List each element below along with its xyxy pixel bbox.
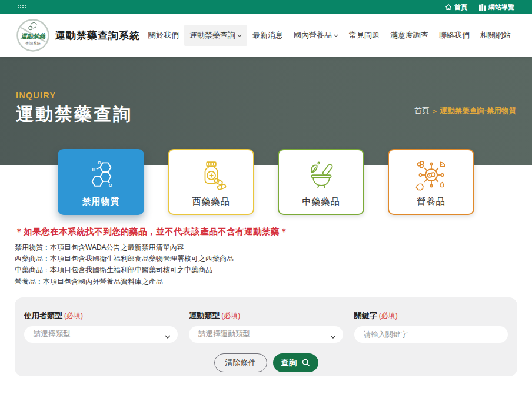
medicine-bottle-icon (195, 157, 228, 191)
svg-text:O: O (108, 182, 112, 187)
required-tag: (必填) (379, 312, 398, 320)
category-label: 西藥藥品 (192, 196, 230, 207)
site-header: 運動禁藥 查詢系統 運動禁藥查詢系統 關於我們 運動禁藥查詢 最新消息 國內營養… (0, 14, 532, 57)
nav-about[interactable]: 關於我們 (143, 25, 184, 46)
mortar-pestle-icon (305, 157, 338, 191)
description-line: 營養品：本項目包含國內外營養品資料庫之產品 (15, 276, 517, 287)
nav-satisfaction-survey[interactable]: 滿意度調查 (385, 25, 434, 46)
breadcrumb-current: 運動禁藥查詢-禁用物質 (440, 106, 516, 116)
nav-doping-inquiry[interactable]: 運動禁藥查詢 (184, 25, 247, 46)
nav-related-sites[interactable]: 相關網站 (475, 25, 516, 46)
nav-contact[interactable]: 聯絡我們 (434, 25, 475, 46)
keyword-label: 關鍵字 (354, 311, 377, 320)
nutrient-icon (414, 157, 448, 191)
hero-eyebrow: INQUIRY (16, 91, 516, 100)
chevron-down-icon (165, 332, 171, 340)
category-card-prohibited-substances[interactable]: H C O 禁用物質 (58, 149, 144, 215)
search-panel: 使用者類型(必填) 請選擇類型 運動類型(必填) 請選擇運動類型 關 (15, 297, 517, 376)
description-line: 西藥商品：本項目包含我國衛生福利部食品藥物管理署核可之西藥商品 (15, 253, 517, 264)
chevron-down-icon (334, 34, 338, 37)
keyword-input[interactable] (354, 326, 508, 343)
site-logo[interactable]: 運動禁藥 查詢系統 (16, 18, 50, 52)
notice-section: ＊如果您在本系統找不到您的藥品，並不代表該產品不含有運動禁藥＊ 禁用物質：本項目… (0, 215, 532, 287)
user-type-select[interactable]: 請選擇類型 (24, 326, 178, 343)
category-card-chinese-medicine[interactable]: 中藥藥品 (278, 149, 364, 215)
form-actions: 清除條件 查詢 (24, 353, 508, 372)
breadcrumb: 首頁 > 運動禁藥查詢-禁用物質 (414, 106, 516, 116)
required-tag: (必填) (221, 312, 240, 320)
home-link[interactable]: 首頁 (445, 3, 467, 12)
accessibility-dots-icon[interactable] (18, 5, 26, 9)
svg-text:運動禁藥: 運動禁藥 (20, 32, 47, 39)
keyword-field-group: 關鍵字(必填) (354, 310, 508, 343)
chevron-down-icon (330, 332, 336, 340)
search-button[interactable]: 查詢 (273, 353, 318, 372)
category-card-supplements[interactable]: 營養品 (388, 149, 474, 215)
home-icon (445, 4, 452, 11)
category-descriptions: 禁用物質：本項目包含WADA公告之最新禁用清單內容 西藥商品：本項目包含我國衛生… (15, 242, 517, 287)
user-type-field-group: 使用者類型(必填) 請選擇類型 (24, 310, 178, 343)
category-label: 禁用物質 (82, 196, 120, 207)
svg-text:H: H (92, 167, 95, 172)
required-tag: (必填) (64, 312, 83, 320)
sport-type-label: 運動類型 (189, 311, 220, 320)
clear-button[interactable]: 清除條件 (214, 353, 267, 372)
sitemap-columns-icon (479, 4, 486, 11)
warning-text: ＊如果您在本系統找不到您的藥品，並不代表該產品不含有運動禁藥＊ (15, 226, 517, 237)
category-card-western-medicine[interactable]: 西藥藥品 (168, 149, 254, 215)
svg-text:查詢系統: 查詢系統 (25, 41, 41, 46)
top-utility-bar: 首頁 網站導覽 (0, 0, 532, 14)
category-cards: H C O 禁用物質 (0, 149, 532, 215)
description-line: 禁用物質：本項目包含WADA公告之最新禁用清單內容 (15, 242, 517, 253)
nav-domestic-supplements[interactable]: 國內營養品 (288, 25, 344, 46)
nav-faq[interactable]: 常見問題 (344, 25, 385, 46)
site-title[interactable]: 運動禁藥查詢系統 (55, 29, 140, 42)
chevron-down-icon (237, 34, 242, 37)
breadcrumb-separator: > (433, 108, 436, 115)
magnifier-icon (302, 359, 310, 367)
sitemap-link[interactable]: 網站導覽 (479, 3, 514, 12)
category-label: 中藥藥品 (302, 196, 340, 207)
breadcrumb-home[interactable]: 首頁 (414, 106, 429, 116)
sport-type-select[interactable]: 請選擇運動類型 (189, 326, 343, 343)
sport-type-field-group: 運動類型(必填) 請選擇運動類型 (189, 310, 343, 343)
svg-text:C: C (97, 160, 101, 165)
main-nav: 關於我們 運動禁藥查詢 最新消息 國內營養品 常見問題 滿意度調查 聯絡我們 相… (143, 25, 516, 46)
molecule-icon: H C O (84, 157, 118, 191)
nav-news[interactable]: 最新消息 (247, 25, 288, 46)
category-label: 營養品 (417, 196, 445, 207)
description-line: 中藥商品：本項目包含我國衛生福利部中醫藥司核可之中藥商品 (15, 264, 517, 276)
user-type-label: 使用者類型 (24, 311, 62, 320)
